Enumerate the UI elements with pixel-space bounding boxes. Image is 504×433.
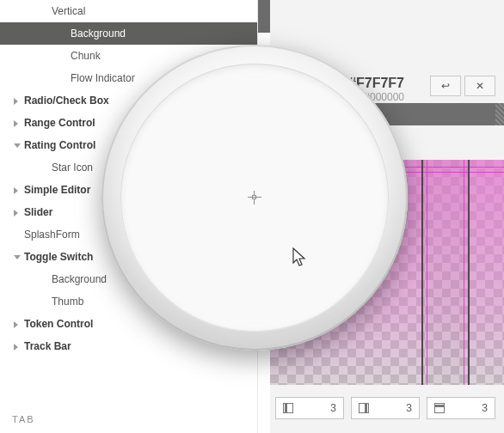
- tree-item-label: Thumb: [52, 296, 83, 308]
- chevron-down-icon[interactable]: [14, 255, 21, 259]
- chevron-right-icon[interactable]: [14, 98, 18, 105]
- margin-left-icon: [283, 403, 293, 413]
- chevron-right-icon[interactable]: [14, 210, 18, 216]
- tree-item-label: Background: [52, 273, 107, 285]
- tree-item-label: Slider: [24, 206, 52, 218]
- chevron-right-icon[interactable]: [14, 321, 18, 328]
- margin-stepper[interactable]: 3: [427, 397, 495, 419]
- close-icon: ✕: [476, 80, 484, 92]
- undo-icon: ↩: [441, 80, 450, 92]
- close-button[interactable]: ✕: [464, 76, 495, 96]
- tree-item-label: Toggle Switch: [24, 251, 93, 263]
- tree-item-label: SplashForm: [24, 229, 80, 241]
- mouse-cursor-icon: [292, 247, 308, 268]
- margin-stepper[interactable]: 3: [275, 397, 344, 419]
- tree-item-label: Flow Indicator: [71, 72, 135, 84]
- chevron-right-icon[interactable]: [14, 187, 18, 194]
- chevron-down-icon[interactable]: [14, 143, 21, 148]
- tree-item-label: Radio/Check Box: [24, 95, 109, 107]
- tree-item-label: Rating Control: [24, 139, 95, 151]
- tab-footer-label: TAB: [12, 414, 35, 424]
- margin-stepper[interactable]: 3: [351, 397, 420, 419]
- margin-top-icon: [434, 403, 445, 413]
- toolbar: ↩ ✕: [430, 76, 495, 96]
- tree-item-label: Range Control: [24, 117, 95, 129]
- margin-right-icon: [359, 403, 369, 413]
- tree-item-label: Chunk: [71, 50, 101, 62]
- ribbon-grip-icon[interactable]: [495, 103, 504, 125]
- color-picker-loupe[interactable]: [101, 45, 408, 351]
- chevron-right-icon[interactable]: [14, 344, 18, 351]
- chevron-right-icon[interactable]: [14, 120, 18, 127]
- app-root: VerticalBackgroundChunkFlow IndicatorRad…: [0, 0, 504, 433]
- tree-item-label: Star Icon: [52, 162, 93, 174]
- tree-item-label: Simple Editor: [24, 184, 90, 196]
- margin-value: 3: [406, 402, 412, 414]
- tree-item[interactable]: Background: [0, 22, 257, 45]
- sidebar-scrollbar[interactable]: [258, 0, 270, 33]
- margin-value: 3: [330, 402, 336, 414]
- crosshair-icon: [248, 191, 261, 204]
- margin-value: 3: [482, 402, 488, 414]
- tree-item-label: Track Bar: [24, 340, 71, 352]
- tree-item-label: Token Control: [24, 318, 93, 330]
- tree-item-label: Vertical: [52, 5, 85, 17]
- slice-guide-column[interactable]: [421, 160, 470, 385]
- undo-button[interactable]: ↩: [430, 76, 461, 96]
- tree-item-label: Background: [71, 27, 126, 40]
- tree-item[interactable]: Vertical: [0, 0, 257, 22]
- swatch-primary: [375, 62, 387, 74]
- swatch-secondary: [392, 62, 404, 74]
- margin-steppers: 333: [270, 397, 504, 423]
